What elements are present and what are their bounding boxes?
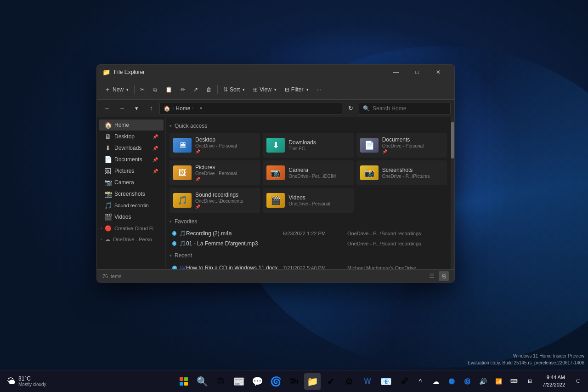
taskbar-center-icons: 🔍 ⧉ 📰 💬 🌀 🛍 📁 ✔ ⚙ W 📧	[175, 373, 413, 390]
weather-widget[interactable]: 🌥 31°C Mostly cloudy	[4, 375, 50, 387]
sidebar-item-desktop[interactable]: 🖥 Desktop 📌	[99, 131, 164, 142]
outlook-button[interactable]: 📧	[378, 373, 394, 390]
sidebar-item-videos-label: Videos	[114, 214, 131, 220]
nav-forward-button[interactable]: →	[115, 102, 128, 115]
breadcrumb-expand-button[interactable]: ▾	[197, 102, 206, 115]
folder-card-desktop[interactable]: 🖥 Desktop OneDrive - Personal 📌	[170, 133, 260, 158]
folder-card-screenshots[interactable]: 📸 Screenshots OneDrive - P...\Pictures	[356, 160, 447, 185]
edge-tray-icon: 🌀	[464, 378, 471, 385]
titlebar-controls: — □ ✕	[385, 65, 449, 80]
paste-button[interactable]: 📋	[162, 82, 176, 97]
refresh-button[interactable]: ↻	[344, 102, 357, 115]
screenshots-folder-thumb: 📸	[360, 165, 379, 180]
nav-up-button[interactable]: ↑	[145, 102, 158, 115]
share-icon: ↗	[193, 86, 198, 93]
nav-dropdown-button[interactable]: ▾	[130, 102, 143, 115]
sidebar-item-screenshots[interactable]: 📸 Screenshots	[99, 188, 164, 199]
view-button[interactable]: ⊞ View	[249, 82, 280, 97]
clock-widget[interactable]: 9:44 AM 7/22/2022	[539, 374, 569, 388]
desktop-folder-info: Desktop OneDrive - Personal 📌	[195, 136, 256, 154]
sound-folder-sub: OneDrive...\Documents	[195, 199, 256, 204]
tray-overflow-button[interactable]: ^	[414, 375, 427, 388]
folder-card-downloads[interactable]: ⬇ Downloads This PC	[263, 133, 353, 158]
widgets-button[interactable]: 📰	[231, 373, 247, 390]
new-button[interactable]: ＋ New	[101, 82, 132, 97]
sidebar-item-pictures[interactable]: 🖼 Pictures 📌	[99, 165, 164, 176]
sound-icon: 🎵	[104, 202, 112, 209]
file-location-recording: OneDrive - P...\Sound recordings	[347, 231, 444, 236]
sidebar-item-downloads[interactable]: ⬇ Downloads 📌	[99, 142, 164, 153]
search-taskbar-button[interactable]: 🔍	[194, 373, 210, 390]
scrollbar-thumb[interactable]	[451, 122, 454, 159]
store-button[interactable]: 🛍	[286, 373, 302, 390]
file-row-recording[interactable]: ✓ 🎵 Recording (2).m4a 6/23/2022 1:22 PM …	[170, 228, 447, 239]
sidebar-item-videos[interactable]: 🎬 Videos	[99, 211, 164, 222]
file-row-howtorip[interactable]: ✓ W How to Rip a CD in Windows 11.docx 7…	[170, 262, 447, 269]
cut-button[interactable]: ✂	[136, 82, 148, 97]
file-row-lafemme[interactable]: ✓ 🎵 01 - La Femme D'argent.mp3 OneDrive …	[170, 239, 447, 249]
group-arrow-onedrive: ›	[101, 237, 102, 242]
creative-cloud-label: Creative Cloud Fi	[114, 226, 153, 231]
search-box[interactable]: 🔍	[359, 102, 451, 115]
word-button[interactable]: W	[359, 373, 376, 390]
volume-button[interactable]: 🔊	[476, 375, 489, 388]
folder-card-documents[interactable]: 📄 Documents OneDrive - Personal 📌	[356, 133, 447, 158]
settings-taskbar-icon: ⚙	[345, 376, 353, 387]
taskbar: 🌥 31°C Mostly cloudy 🔍 ⧉ 📰 💬	[0, 370, 588, 392]
keyboard-button[interactable]: ⌨	[508, 375, 520, 388]
network-button[interactable]: 📶	[492, 375, 505, 388]
search-input[interactable]	[373, 105, 447, 112]
list-view-button[interactable]: ☰	[427, 271, 437, 281]
more-button[interactable]: ···	[313, 82, 325, 97]
videos-folder-name: Videos	[288, 194, 350, 201]
weather-condition: Mostly cloudy	[18, 382, 46, 387]
news-button[interactable]: 🗞	[396, 373, 413, 390]
close-button[interactable]: ✕	[428, 65, 449, 80]
sidebar-item-camera[interactable]: 📷 Camera	[99, 177, 164, 188]
sidebar-group-creative-cloud[interactable]: › 🔴 Creative Cloud Fi	[97, 223, 165, 233]
rename-button[interactable]: ✏	[177, 82, 189, 97]
edge-button[interactable]: 🌀	[267, 373, 284, 390]
sidebar-group-onedrive[interactable]: › ☁ OneDrive - Perso	[97, 234, 165, 244]
folder-card-videos[interactable]: 🎬 Videos OneDrive - Personal	[263, 188, 353, 213]
mp3-file-icon: 🎵	[179, 240, 186, 247]
edge-tray-button[interactable]: 🌀	[461, 375, 474, 388]
folder-card-camera[interactable]: 📷 Camera OneDrive - Per...\DCIM	[263, 160, 353, 185]
nav-back-button[interactable]: ←	[101, 102, 113, 115]
notification-button[interactable]: 🗨	[571, 375, 584, 388]
sidebar-item-documents-label: Documents	[114, 156, 142, 163]
bluetooth-button[interactable]: 🔵	[445, 375, 458, 388]
sidebar-item-sound-recordings[interactable]: 🎵 Sound recordin	[99, 200, 164, 211]
grid-view-button[interactable]: ⎗	[439, 271, 449, 281]
folder-card-sound-recordings[interactable]: 🎵 Sound recordings OneDrive...\Documents…	[170, 188, 260, 213]
start-button[interactable]	[175, 373, 192, 390]
settings-taskbar-button[interactable]: ⚙	[341, 373, 357, 390]
sync-dot-recording: ✓	[172, 231, 176, 236]
sidebar-item-home[interactable]: 🏠 Home	[99, 119, 164, 131]
recent-header[interactable]: ▾ Recent	[170, 252, 447, 259]
favorites-header[interactable]: ▾ Favorites	[170, 218, 447, 225]
folder-card-pictures[interactable]: 🖼 Pictures OneDrive - Personal 📌	[170, 160, 260, 185]
sidebar-item-documents[interactable]: 📄 Documents 📌	[99, 154, 164, 165]
display-button[interactable]: ⊞	[523, 375, 536, 388]
taskview-button[interactable]: ⧉	[212, 373, 229, 390]
maximize-button[interactable]: □	[407, 65, 428, 80]
delete-button[interactable]: 🗑	[203, 82, 215, 97]
copy-button[interactable]: ⧉	[149, 82, 161, 97]
store-icon: 🛍	[289, 376, 299, 386]
scrollbar-track[interactable]	[451, 117, 454, 269]
share-button[interactable]: ↗	[190, 82, 202, 97]
chat-button[interactable]: 💬	[249, 373, 266, 390]
pin-icon-2: 📌	[153, 146, 158, 151]
quick-access-grid: 🖥 Desktop OneDrive - Personal 📌 ⬇ Downlo…	[170, 133, 447, 213]
filter-button[interactable]: ⊟ Filter	[281, 82, 312, 97]
breadcrumb-bar[interactable]: 🏠 › Home › ▾	[159, 102, 342, 115]
onedrive-tray-button[interactable]: ☁	[430, 375, 442, 388]
keyboard-icon: ⌨	[510, 378, 518, 384]
quick-access-header[interactable]: ▾ Quick access	[170, 123, 447, 129]
sort-button[interactable]: ⇅ Sort	[220, 82, 249, 97]
minimize-button[interactable]: —	[385, 65, 407, 80]
display-icon: ⊞	[528, 378, 532, 384]
explorer-taskbar-button[interactable]: 📁	[304, 373, 321, 390]
todo-button[interactable]: ✔	[322, 373, 339, 390]
